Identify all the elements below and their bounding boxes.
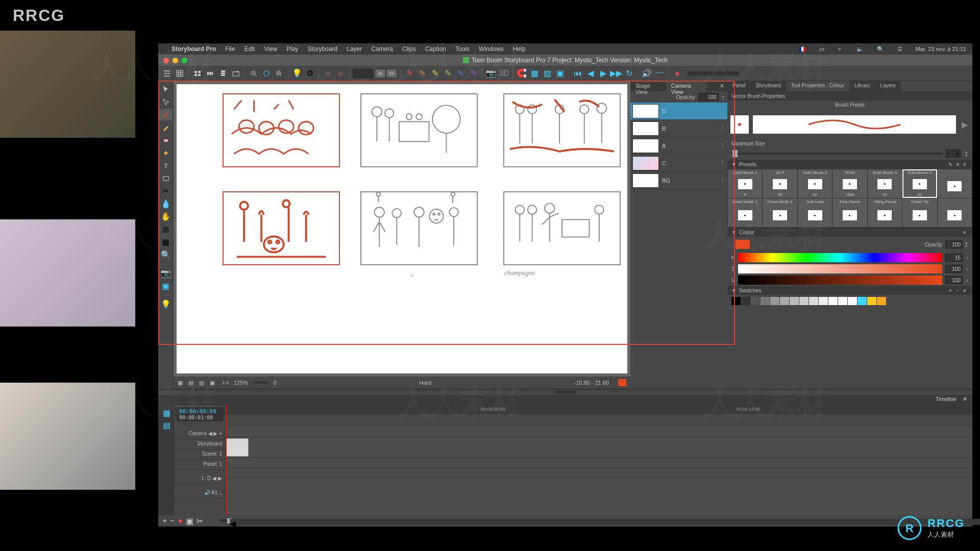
colour-swatch[interactable] (819, 297, 828, 305)
brush-preset-cell[interactable]: Fine Pencil (832, 198, 867, 227)
delete-track-icon[interactable]: − (170, 516, 175, 525)
marker-red-icon[interactable]: ✎ (404, 68, 415, 79)
next-preset-icon[interactable]: ▶ (960, 115, 969, 134)
add-swatch-icon[interactable]: + (947, 288, 954, 293)
colour-indicator[interactable] (618, 379, 626, 386)
3d-icon[interactable]: 3D (498, 68, 509, 79)
first-frame-icon[interactable]: ⏮ (572, 68, 583, 79)
track-camera-label[interactable]: Camera ◀ ▶ + (175, 429, 225, 439)
brush-preset-cell[interactable]: Tilting Pencil (868, 198, 902, 227)
sound-icon[interactable]: 🔊 (641, 68, 652, 79)
hand-tool-icon[interactable]: ✋ (159, 211, 173, 222)
menu-windows[interactable]: Windows (479, 45, 504, 53)
minimize-window-button[interactable] (173, 58, 178, 63)
close-window-button[interactable] (163, 58, 169, 63)
camera-icon[interactable]: 📷 (485, 68, 497, 79)
light-table-icon[interactable]: 💡 (291, 68, 303, 79)
timeline-scrollbar[interactable]: ◀▶ (230, 519, 980, 525)
opacity-input[interactable] (698, 93, 719, 101)
zoom-3x-button[interactable]: 3x (375, 69, 386, 78)
brush-preset-cell[interactable] (938, 169, 972, 198)
timeline-ruler[interactable]: 00:00:36:00 00:01:12:00 (226, 405, 972, 414)
panel-drag-handle[interactable] (555, 391, 576, 394)
sat-input[interactable] (945, 265, 963, 273)
stage-view-tab[interactable]: Stage View (630, 81, 666, 91)
marker-orange-icon[interactable]: ✎ (416, 68, 428, 79)
new-panel-icon[interactable]: ▣ (554, 68, 566, 79)
value-slider[interactable] (738, 276, 942, 285)
colour-menu-icon[interactable]: ≡ (961, 230, 968, 235)
tab-tool-properties[interactable]: Tool Properties : Colour (786, 81, 850, 91)
colour-swatch[interactable] (790, 297, 799, 305)
presets-header[interactable]: ▼Presets✎✕≡ (727, 160, 972, 169)
delete-preset-icon[interactable]: ✕ (954, 162, 961, 167)
menu-tools[interactable]: Tools (455, 45, 470, 53)
marker-purple-icon[interactable]: ✎ (468, 68, 479, 79)
menu-file[interactable]: File (225, 45, 235, 53)
playhead[interactable] (226, 405, 227, 515)
dropper-tool-icon[interactable]: 💧 (159, 198, 173, 210)
menu-storyboard[interactable]: Storyboard (308, 45, 338, 53)
control-center-icon[interactable]: ☰ (895, 46, 904, 53)
marker-green-icon[interactable]: ✎ (442, 68, 453, 79)
play-icon[interactable]: ▶ (598, 68, 609, 79)
colour-swatch[interactable] (809, 297, 818, 305)
brush-preset-cell[interactable]: TEKK1800 (832, 169, 867, 198)
snap-toggle-icon[interactable]: ▣ (186, 516, 193, 526)
brush-preset-cell[interactable] (938, 198, 972, 227)
pencil-tool-icon[interactable] (159, 121, 173, 133)
brush-tool-icon[interactable] (159, 109, 173, 120)
thumbnail-view-icon[interactable] (192, 68, 203, 79)
vertical-view-icon[interactable] (217, 68, 229, 79)
tab-layers[interactable]: Layers (875, 81, 901, 91)
brush-preset-cell[interactable]: Solid Brush 425 (902, 169, 937, 198)
max-size-slider[interactable] (731, 153, 943, 155)
hue-slider[interactable] (738, 253, 942, 262)
brush-preset-cell[interactable]: 20 P20 (763, 169, 797, 198)
drawing-canvas[interactable]: ○ champagne (177, 84, 627, 373)
next-frame-icon[interactable]: ▶▶ (610, 68, 622, 79)
new-preset-icon[interactable]: ✎ (947, 162, 954, 167)
menu-play[interactable]: Play (286, 45, 298, 53)
zoom-tool-icon[interactable]: 🔍 (159, 249, 173, 261)
track-audio-label[interactable]: 🔊 A1 ⟂ (175, 488, 225, 498)
menu-view[interactable]: View (264, 45, 277, 53)
zoom-out-icon[interactable] (248, 68, 259, 79)
menu-caption[interactable]: Caption (425, 45, 446, 53)
timeline-tracks[interactable]: 00:00:36:00 00:01:12:00 (226, 405, 972, 515)
tab-library[interactable]: Library (849, 81, 875, 91)
snap-icon[interactable]: 🧲 (516, 68, 527, 79)
app-menu[interactable]: Storyboard Pro (172, 45, 216, 53)
grid-icon[interactable] (174, 68, 185, 79)
brush-preset-cell[interactable]: Soft Lead (798, 198, 832, 227)
maintain-size-icon[interactable]: ▦ (159, 236, 173, 248)
track-layer-label[interactable]: L: D ◀ ▶ (175, 474, 225, 484)
preset-menu-icon[interactable]: ≡ (961, 162, 968, 167)
clock[interactable]: Mar. 23 nov. à 21:11 (914, 46, 968, 52)
layer-item-d[interactable]: D⋮ (630, 103, 727, 120)
val-input[interactable] (945, 276, 963, 284)
current-colour-swatch[interactable] (736, 240, 750, 249)
menu-help[interactable]: Help (513, 45, 526, 53)
camera-zoom-icon[interactable] (261, 68, 272, 79)
swatch-menu-icon[interactable]: ≡ (961, 288, 968, 293)
brush-preset-cell[interactable]: Chisel Tip (902, 198, 937, 227)
align-icon[interactable]: ▦ (529, 68, 540, 79)
text-tool-icon[interactable]: T (159, 160, 173, 171)
record-icon[interactable]: ● (672, 68, 683, 79)
menu-clips[interactable]: Clips (402, 45, 416, 53)
colour-swatch[interactable] (761, 297, 770, 305)
colour-swatch[interactable] (828, 297, 838, 305)
zoom-field[interactable] (353, 69, 373, 78)
colour-swatch[interactable] (857, 297, 867, 305)
colour-swatch[interactable] (799, 297, 808, 305)
brush-preset-cell[interactable]: Solid Brush 210 (798, 169, 832, 198)
split-icon[interactable]: ✂ (197, 516, 203, 526)
tl-thumbnails-icon[interactable]: ▦ (160, 407, 173, 418)
onion-skin-next-icon[interactable]: ○ (335, 68, 346, 79)
colour-header[interactable]: ▼Colour≡ (727, 228, 972, 237)
loop-icon[interactable]: ↻ (623, 68, 634, 79)
locale-indicator[interactable]: 🇫🇷 (797, 46, 808, 53)
camera-view-tab[interactable]: Camera View (666, 81, 706, 91)
colour-swatch[interactable] (848, 297, 857, 305)
